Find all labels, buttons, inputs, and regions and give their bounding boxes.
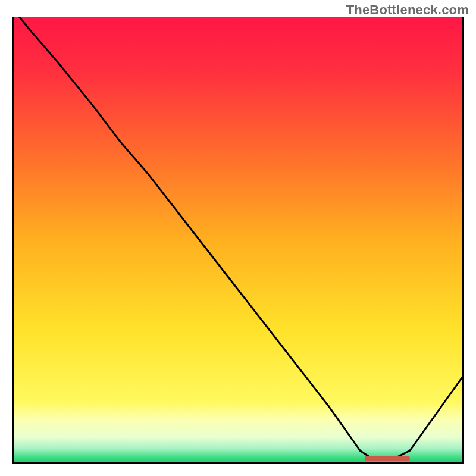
chart-svg (12, 17, 464, 464)
chart-frame: TheBottleneck.com (0, 0, 476, 476)
gradient-background (12, 17, 464, 464)
optimal-range-marker (365, 456, 410, 461)
watermark-text: TheBottleneck.com (346, 2, 469, 18)
plot-area (12, 17, 464, 464)
